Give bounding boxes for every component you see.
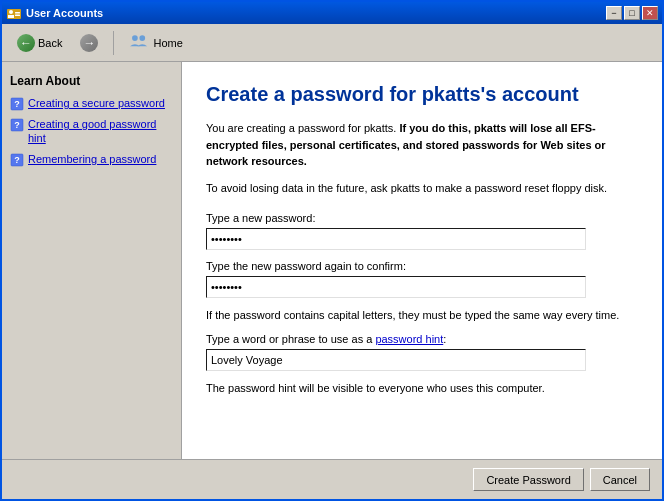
svg-point-1 xyxy=(9,10,13,14)
svg-text:?: ? xyxy=(14,120,20,130)
password-hint-link[interactable]: password hint xyxy=(375,333,443,345)
minimize-button[interactable]: − xyxy=(606,6,622,20)
cancel-button[interactable]: Cancel xyxy=(590,468,650,491)
title-bar-left: User Accounts xyxy=(6,5,103,21)
home-label: Home xyxy=(153,37,182,49)
title-bar-buttons: − □ ✕ xyxy=(606,6,658,20)
hint-label-pre: Type a word or phrase to use as a xyxy=(206,333,375,345)
hint-note: The password hint will be visible to eve… xyxy=(206,381,638,396)
hint-label-post: : xyxy=(443,333,446,345)
password-field-group: Type a new password: xyxy=(206,212,638,250)
password-hint-input[interactable] xyxy=(206,349,586,371)
window-title: User Accounts xyxy=(26,7,103,19)
svg-point-6 xyxy=(140,35,146,41)
back-arrow-icon: ← xyxy=(17,34,35,52)
forward-arrow-icon: → xyxy=(80,34,98,52)
hint-field-group: Type a word or phrase to use as a passwo… xyxy=(206,333,638,371)
warning-text: You are creating a password for pkatts. … xyxy=(206,120,638,170)
content-area: Learn About ? Creating a secure password… xyxy=(2,62,662,459)
advice-text: To avoid losing data in the future, ask … xyxy=(206,180,638,197)
svg-rect-3 xyxy=(15,12,20,14)
toolbar-separator xyxy=(113,31,114,55)
bottom-bar: Create Password Cancel xyxy=(2,459,662,499)
svg-rect-4 xyxy=(15,15,20,17)
remembering-link[interactable]: Remembering a password xyxy=(28,152,156,166)
confirm-label: Type the new password again to confirm: xyxy=(206,260,638,272)
back-button[interactable]: ← Back xyxy=(10,30,69,56)
main-panel: Create a password for pkatts's account Y… xyxy=(182,62,662,459)
create-password-button[interactable]: Create Password xyxy=(473,468,583,491)
sidebar-item-secure-password[interactable]: ? Creating a secure password xyxy=(10,96,173,111)
secure-password-link[interactable]: Creating a secure password xyxy=(28,96,165,110)
good-hint-link[interactable]: Creating a good password hint xyxy=(28,117,173,146)
forward-button[interactable]: → xyxy=(73,30,105,56)
svg-text:?: ? xyxy=(14,155,20,165)
svg-text:?: ? xyxy=(14,99,20,109)
new-password-input[interactable] xyxy=(206,228,586,250)
confirm-password-input[interactable] xyxy=(206,276,586,298)
home-button[interactable]: Home xyxy=(122,30,189,56)
capital-note: If the password contains capital letters… xyxy=(206,308,638,323)
window: User Accounts − □ ✕ ← Back → Home xyxy=(0,0,664,501)
sidebar-item-good-hint[interactable]: ? Creating a good password hint xyxy=(10,117,173,146)
password-label: Type a new password: xyxy=(206,212,638,224)
help-icon-1: ? xyxy=(10,97,24,111)
maximize-button[interactable]: □ xyxy=(624,6,640,20)
title-bar: User Accounts − □ ✕ xyxy=(2,2,662,24)
page-title: Create a password for pkatts's account xyxy=(206,82,638,106)
hint-label: Type a word or phrase to use as a passwo… xyxy=(206,333,638,345)
toolbar: ← Back → Home xyxy=(2,24,662,62)
confirm-field-group: Type the new password again to confirm: xyxy=(206,260,638,298)
warning-intro: You are creating a password for pkatts. xyxy=(206,122,396,134)
sidebar-item-remembering[interactable]: ? Remembering a password xyxy=(10,152,173,167)
home-icon xyxy=(129,34,149,52)
svg-point-5 xyxy=(133,35,139,41)
close-button[interactable]: ✕ xyxy=(642,6,658,20)
user-accounts-icon xyxy=(6,5,22,21)
help-icon-2: ? xyxy=(10,118,24,132)
back-label: Back xyxy=(38,37,62,49)
help-icon-3: ? xyxy=(10,153,24,167)
sidebar: Learn About ? Creating a secure password… xyxy=(2,62,182,459)
svg-rect-2 xyxy=(8,15,14,18)
sidebar-title: Learn About xyxy=(10,74,173,88)
